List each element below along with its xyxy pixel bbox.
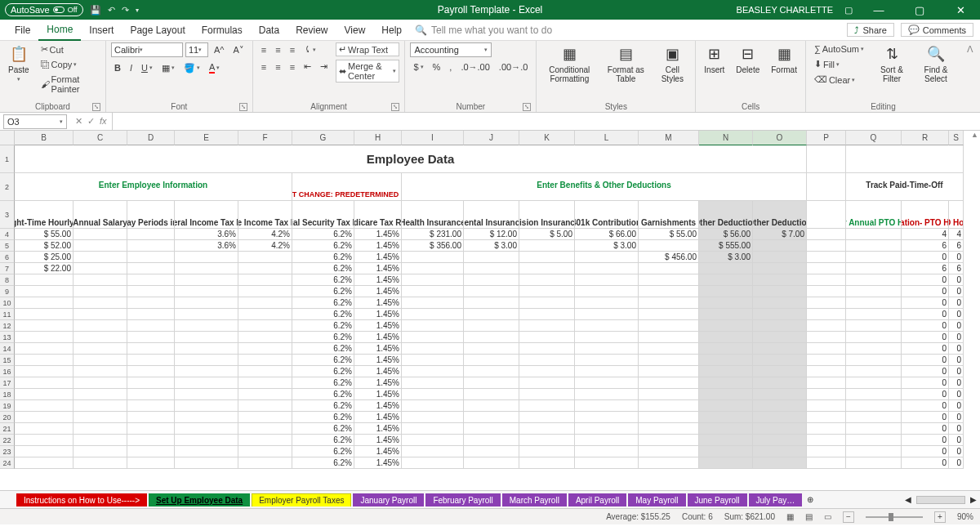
data-cell[interactable] [753,423,807,435]
data-cell[interactable] [238,355,292,366]
data-cell[interactable] [753,377,807,389]
data-cell[interactable] [575,355,639,366]
row-header-2[interactable]: 2 [0,173,15,201]
data-cell[interactable] [639,309,699,320]
data-cell[interactable] [175,412,238,423]
sheet-tab-jun[interactable]: June Payroll [688,493,747,506]
data-cell[interactable]: 0 [949,252,964,263]
data-cell[interactable] [402,389,464,400]
col-header-C[interactable]: C [74,131,127,145]
data-cell[interactable] [807,332,846,343]
data-cell[interactable] [519,400,575,412]
data-cell[interactable]: 1.45% [354,377,402,389]
enter-formula-icon[interactable]: ✓ [87,116,95,127]
tab-help[interactable]: Help [373,20,410,41]
data-cell[interactable]: 6.2% [292,240,354,252]
data-cell[interactable]: 0 [902,366,949,377]
bold-button[interactable]: B [111,61,124,74]
data-cell[interactable] [575,263,639,274]
section-irs[interactable]: DO NOT CHANGE: PREDETERMINED BY IRS [292,173,402,201]
tab-formulas[interactable]: Formulas [194,20,251,41]
cell-styles-button[interactable]: ▣Cell Styles [654,42,690,85]
data-cell[interactable]: 6 [949,263,964,274]
align-top-icon[interactable]: ≡ [258,43,270,56]
data-cell[interactable] [699,332,753,343]
data-cell[interactable]: 6.2% [292,343,354,355]
insert-cells-button[interactable]: ⊞Insert [701,42,728,76]
data-cell[interactable] [175,274,238,286]
fx-icon[interactable]: fx [100,116,107,127]
data-cell[interactable] [74,343,127,355]
header-cell[interactable]: Enter Annual PTO Hours [846,201,902,229]
data-cell[interactable]: 1.45% [354,423,402,435]
data-cell[interactable] [74,412,127,423]
row-header-10[interactable]: 10 [0,297,15,309]
data-cell[interactable] [519,366,575,377]
data-cell[interactable] [402,412,464,423]
dialog-launcher-icon[interactable]: ⤡ [391,103,399,111]
col-header-G[interactable]: G [292,131,354,145]
row-header-7[interactable]: 7 [0,263,15,274]
header-cell[interactable]: Medicare Tax Rate [354,201,402,229]
data-cell[interactable] [575,274,639,286]
data-cell[interactable] [238,389,292,400]
maximize-button[interactable]: ▢ [905,4,934,16]
sheet-tab-setup[interactable]: Set Up Employee Data [149,493,250,506]
col-header-D[interactable]: D [127,131,175,145]
zoom-out-button[interactable]: − [843,511,854,523]
data-cell[interactable] [846,435,902,446]
col-header-H[interactable]: H [354,131,402,145]
data-cell[interactable] [699,263,753,274]
header-cell[interactable]: Health Insurance [402,201,464,229]
col-header-N[interactable]: N [699,131,753,145]
data-cell[interactable] [74,309,127,320]
data-cell[interactable]: 0 [902,343,949,355]
increase-decimal-icon[interactable]: .0→.00 [457,60,492,74]
data-cell[interactable]: 6.2% [292,355,354,366]
save-icon[interactable]: 💾 [90,5,101,16]
data-cell[interactable]: 0 [949,423,964,435]
data-cell[interactable]: $ 231.00 [402,229,464,240]
data-cell[interactable] [846,412,902,423]
data-cell[interactable]: 1.45% [354,229,402,240]
data-cell[interactable] [238,252,292,263]
data-cell[interactable] [238,366,292,377]
data-cell[interactable] [639,274,699,286]
data-cell[interactable] [15,366,74,377]
data-cell[interactable] [753,286,807,297]
header-cell[interactable]: Annual Salary [74,201,127,229]
data-cell[interactable] [238,263,292,274]
data-cell[interactable] [807,412,846,423]
data-cell[interactable] [846,309,902,320]
data-cell[interactable] [519,389,575,400]
data-cell[interactable] [127,355,175,366]
data-cell[interactable] [175,423,238,435]
data-cell[interactable] [699,366,753,377]
row-header-11[interactable]: 11 [0,309,15,320]
data-cell[interactable] [699,355,753,366]
data-cell[interactable] [402,457,464,469]
data-cell[interactable]: 0 [902,274,949,286]
data-cell[interactable] [127,389,175,400]
col-header-E[interactable]: E [175,131,238,145]
col-header-O[interactable]: O [753,131,807,145]
data-cell[interactable] [127,332,175,343]
data-cell[interactable]: 0 [949,446,964,457]
data-cell[interactable] [575,412,639,423]
data-cell[interactable] [639,320,699,332]
data-cell[interactable] [519,377,575,389]
dialog-launcher-icon[interactable]: ⤡ [239,103,247,111]
autosave-toggle[interactable]: AutoSave Off [5,3,83,16]
data-cell[interactable] [464,423,519,435]
align-left-icon[interactable]: ≡ [258,60,270,74]
select-all-corner[interactable] [0,131,15,145]
data-cell[interactable] [464,400,519,412]
data-cell[interactable]: 6.2% [292,332,354,343]
data-cell[interactable]: $ 356.00 [402,240,464,252]
data-cell[interactable]: 1.45% [354,320,402,332]
data-cell[interactable] [807,229,846,240]
data-cell[interactable] [175,252,238,263]
data-cell[interactable]: $ 66.00 [575,229,639,240]
data-cell[interactable] [753,263,807,274]
data-cell[interactable] [238,423,292,435]
